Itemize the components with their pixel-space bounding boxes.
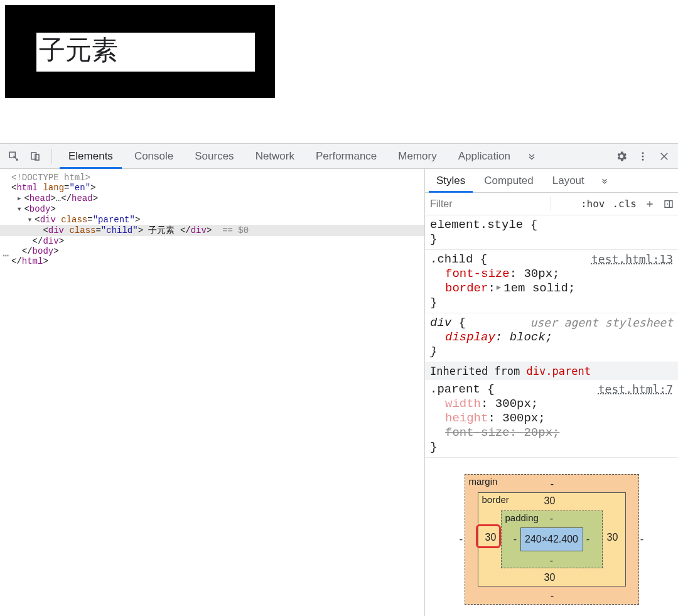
rule-element-style[interactable]: element.style { } — [425, 215, 678, 250]
tab-console[interactable]: Console — [126, 143, 182, 169]
dom-parent-close[interactable]: </div> — [0, 236, 424, 246]
border-label: border — [482, 494, 509, 505]
separator — [551, 197, 551, 211]
device-toggle-icon[interactable] — [26, 148, 44, 165]
gear-icon[interactable] — [613, 148, 630, 165]
tab-performance[interactable]: Performance — [307, 143, 385, 169]
box-model: margin - - - - border 30 30 30 30 — [425, 458, 678, 616]
dom-child-selected[interactable]: <div class="child"> 子元素 </div> == $0 — [0, 225, 424, 236]
dom-head[interactable]: ▸<head>…</head> — [0, 193, 424, 203]
content-size: 240×42.400 — [520, 527, 583, 551]
preview-child-box: 子元素 — [36, 33, 255, 72]
tab-memory[interactable]: Memory — [389, 143, 445, 169]
dom-html-open[interactable]: <html lang="en"> — [0, 183, 424, 193]
margin-left-value: - — [453, 534, 470, 545]
tab-application[interactable]: Application — [449, 143, 519, 169]
padding-label: padding — [505, 512, 539, 523]
devtools-tabbar: Elements Console Sources Network Perform… — [0, 143, 678, 169]
svg-point-3 — [642, 152, 644, 154]
uas-label: user agent stylesheet — [530, 316, 673, 329]
more-side-tabs-icon[interactable] — [596, 172, 613, 190]
margin-bottom-value: - — [544, 590, 561, 602]
dom-html-close[interactable]: </html> — [0, 256, 424, 266]
row-actions-icon[interactable]: ⋯ — [0, 249, 11, 262]
dom-body-close[interactable]: </body> — [0, 246, 424, 256]
margin-label: margin — [469, 476, 498, 487]
rule-child[interactable]: test.html:13 .child { font-size: 30px; b… — [425, 250, 678, 313]
dom-tree[interactable]: ⋯ <!DOCTYPE html> <html lang="en"> ▸<hea… — [0, 169, 424, 616]
page-preview: 子元素 — [0, 0, 678, 143]
highlight-ring — [476, 524, 501, 548]
separator — [51, 149, 52, 164]
tab-styles[interactable]: Styles — [429, 169, 473, 193]
tab-layout[interactable]: Layout — [545, 169, 592, 193]
tab-sources[interactable]: Sources — [186, 143, 242, 169]
cls-toggle[interactable]: .cls — [608, 193, 640, 215]
inspect-icon[interactable] — [5, 148, 23, 165]
border-top-value: 30 — [541, 495, 559, 507]
tab-elements[interactable]: Elements — [60, 143, 122, 169]
new-rule-icon[interactable] — [640, 199, 659, 209]
kebab-icon[interactable] — [634, 148, 652, 165]
rule-div-uas[interactable]: user agent stylesheet div { display: blo… — [425, 313, 678, 362]
tab-network[interactable]: Network — [247, 143, 303, 169]
border-bottom-value: 30 — [541, 572, 559, 583]
svg-rect-6 — [665, 200, 672, 207]
styles-pane: Styles Computed Layout :hov .cls element… — [424, 169, 678, 616]
styles-filter-input[interactable] — [425, 193, 577, 215]
dom-parent-open[interactable]: ▾<div class="parent"> — [0, 214, 424, 225]
dom-body-open[interactable]: ▾<body> — [0, 203, 424, 214]
close-icon[interactable] — [655, 148, 673, 165]
more-tabs-icon[interactable] — [523, 148, 541, 165]
padding-bottom-value: - — [543, 555, 561, 566]
border-right-value: 30 — [604, 532, 622, 543]
toggle-panel-icon[interactable] — [659, 199, 678, 209]
source-link[interactable]: test.html:13 — [591, 252, 673, 266]
inherited-header: Inherited from div.parent — [425, 362, 678, 380]
padding-top-value: - — [543, 513, 561, 524]
svg-point-5 — [642, 158, 644, 160]
rule-parent[interactable]: test.html:7 .parent { width: 300px; heig… — [425, 380, 678, 458]
preview-parent-box: 子元素 — [5, 5, 275, 98]
tab-computed[interactable]: Computed — [476, 169, 541, 193]
dom-doctype: <!DOCTYPE html> — [11, 173, 90, 183]
hov-toggle[interactable]: :hov — [577, 193, 609, 215]
margin-top-value: - — [544, 478, 561, 490]
margin-right-value: - — [633, 534, 651, 545]
source-link[interactable]: test.html:7 — [598, 382, 673, 396]
svg-point-4 — [642, 155, 644, 157]
